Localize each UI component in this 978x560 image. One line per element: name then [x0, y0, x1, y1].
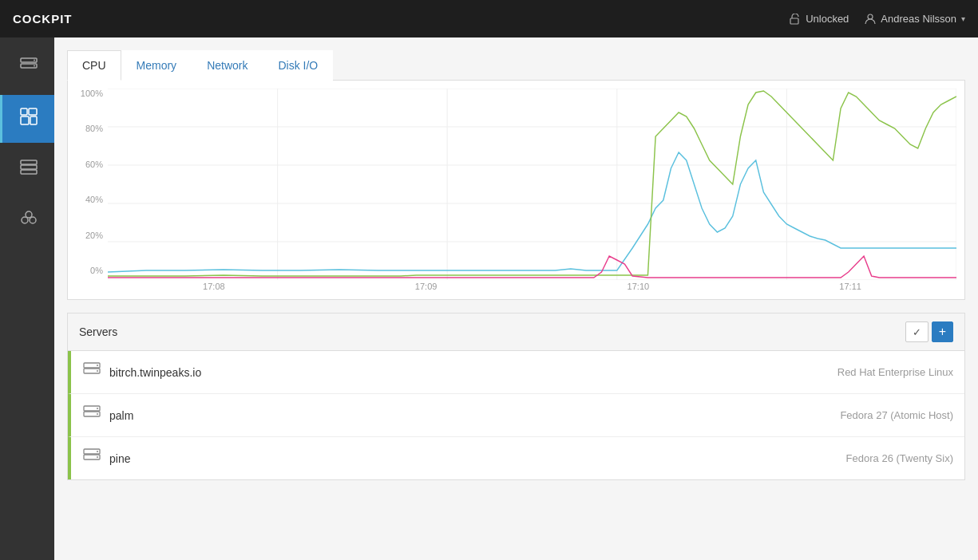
- chart-container: 100% 80% 60% 40% 20% 0%: [67, 81, 965, 300]
- svg-point-4: [34, 60, 35, 61]
- main-content: CPU Memory Network Disk I/O 100% 80% 60%…: [54, 37, 978, 560]
- tabs: CPU Memory Network Disk I/O: [67, 50, 965, 81]
- topnav: COCKPIT Unlocked Andreas Nilsson ▾: [0, 0, 978, 37]
- server-row[interactable]: bitrch.twinpeaks.io Red Hat Enterprise L…: [68, 351, 964, 394]
- svg-rect-11: [21, 165, 37, 169]
- lock-icon: [790, 14, 801, 25]
- svg-point-34: [97, 413, 98, 415]
- x-label-1710: 17:10: [628, 282, 650, 291]
- svg-point-38: [97, 456, 98, 458]
- sidebar-item-containers[interactable]: [0, 197, 54, 245]
- y-label-0: 0%: [90, 266, 103, 275]
- y-label-20: 20%: [85, 231, 103, 240]
- svg-point-33: [97, 408, 98, 409]
- servers-header: Servers ✓ +: [68, 314, 964, 351]
- tab-memory[interactable]: Memory: [121, 50, 192, 81]
- servers-section: Servers ✓ + bitrch.t: [67, 313, 965, 480]
- y-label-40: 40%: [85, 195, 103, 204]
- server-row-icon: [82, 404, 101, 427]
- servers-header-btns: ✓ +: [905, 321, 953, 342]
- svg-rect-7: [29, 108, 37, 115]
- storage-icon: [18, 156, 40, 183]
- y-label-60: 60%: [85, 160, 103, 169]
- servers-title: Servers: [79, 325, 117, 338]
- layout: CPU Memory Network Disk I/O 100% 80% 60%…: [0, 37, 978, 560]
- chart-y-labels: 100% 80% 60% 40% 20% 0%: [68, 89, 108, 275]
- user-icon: [865, 14, 876, 25]
- svg-point-5: [34, 65, 35, 67]
- server-name-2: pine: [109, 452, 130, 465]
- chart-x-labels: 17:08 17:09 17:10 17:11: [108, 280, 956, 291]
- tab-diskio[interactable]: Disk I/O: [263, 50, 333, 81]
- tab-cpu[interactable]: CPU: [67, 50, 121, 81]
- server-row[interactable]: palm Fedora 27 (Atomic Host): [68, 394, 964, 437]
- x-label-1709: 17:09: [415, 282, 438, 291]
- topnav-left: COCKPIT: [13, 12, 73, 26]
- svg-rect-10: [21, 160, 37, 164]
- brand-label: COCKPIT: [13, 12, 73, 26]
- unlocked-label: Unlocked: [806, 13, 849, 25]
- server-left: bitrch.twinpeaks.io: [82, 361, 201, 384]
- check-button[interactable]: ✓: [905, 321, 929, 342]
- chart-svg: [108, 89, 956, 280]
- user-label: Andreas Nilsson: [881, 13, 956, 25]
- svg-rect-9: [30, 116, 37, 124]
- server-os-0: Red Hat Enterprise Linux: [837, 366, 953, 378]
- server-row-icon: [82, 361, 101, 384]
- unlocked-section[interactable]: Unlocked: [790, 13, 849, 25]
- server-name-1: palm: [109, 409, 133, 422]
- user-section[interactable]: Andreas Nilsson ▾: [865, 13, 965, 25]
- topnav-right: Unlocked Andreas Nilsson ▾: [790, 13, 965, 25]
- y-label-80: 80%: [85, 124, 103, 133]
- add-server-button[interactable]: +: [932, 321, 953, 342]
- dashboard-icon: [18, 105, 40, 132]
- svg-rect-0: [790, 18, 798, 24]
- server-name-0: bitrch.twinpeaks.io: [109, 366, 201, 379]
- sidebar-item-server[interactable]: [0, 44, 54, 92]
- svg-point-1: [868, 14, 873, 19]
- svg-point-30: [97, 370, 98, 372]
- server-icon: [18, 54, 40, 81]
- svg-rect-6: [21, 108, 27, 115]
- svg-point-29: [97, 365, 98, 366]
- sidebar-item-dashboard[interactable]: [0, 95, 54, 143]
- server-os-1: Fedora 27 (Atomic Host): [840, 409, 953, 421]
- server-left: pine: [82, 447, 130, 470]
- server-os-2: Fedora 26 (Twenty Six): [846, 452, 953, 464]
- server-row[interactable]: pine Fedora 26 (Twenty Six): [68, 437, 964, 479]
- svg-point-15: [26, 211, 32, 218]
- svg-rect-12: [21, 170, 37, 174]
- tab-network[interactable]: Network: [192, 50, 263, 81]
- x-label-1708: 17:08: [203, 282, 225, 291]
- server-row-icon: [82, 447, 101, 470]
- x-label-1711: 17:11: [839, 282, 861, 291]
- y-label-100: 100%: [81, 89, 103, 98]
- sidebar-item-storage[interactable]: [0, 146, 54, 194]
- server-left: palm: [82, 404, 133, 427]
- svg-rect-8: [21, 116, 29, 124]
- svg-point-37: [97, 451, 98, 452]
- sidebar: [0, 37, 54, 560]
- user-dropdown-icon: ▾: [961, 14, 965, 23]
- containers-icon: [18, 207, 40, 235]
